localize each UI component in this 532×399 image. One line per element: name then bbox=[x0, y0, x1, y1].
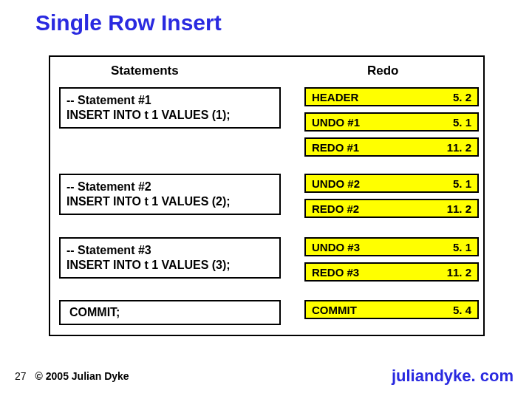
stmt-box-3: -- Statement #3 INSERT INTO t 1 VALUES (… bbox=[59, 237, 281, 279]
redo-label: REDO #1 bbox=[312, 141, 359, 154]
stmt-1-comment: -- Statement #1 bbox=[66, 93, 273, 108]
copyright: © 2005 Julian Dyke bbox=[35, 370, 129, 382]
stmt-2-comment: -- Statement #2 bbox=[66, 180, 273, 194]
redo-label: COMMIT bbox=[312, 304, 357, 316]
stmt-3-comment: -- Statement #3 bbox=[66, 243, 273, 258]
stmt-1-sql: INSERT INTO t 1 VALUES (1); bbox=[66, 108, 273, 123]
col-header-statements: Statements bbox=[111, 64, 179, 78]
redo-label: REDO #2 bbox=[312, 202, 359, 215]
redo-value: 5. 1 bbox=[453, 116, 471, 129]
stmt-box-1: -- Statement #1 INSERT INTO t 1 VALUES (… bbox=[59, 87, 281, 129]
redo-label: HEADER bbox=[312, 91, 358, 103]
redo-value: 11. 2 bbox=[447, 266, 471, 279]
redo-value: 5. 1 bbox=[453, 241, 471, 253]
footer-left: 27 © 2005 Julian Dyke bbox=[15, 370, 129, 382]
redo-value: 11. 2 bbox=[447, 141, 471, 154]
redo-row-redo1: REDO #1 11. 2 bbox=[304, 137, 479, 157]
stmt-3-sql: INSERT INTO t 1 VALUES (3); bbox=[66, 258, 273, 273]
stmt-box-2: -- Statement #2 INSERT INTO t 1 VALUES (… bbox=[59, 174, 281, 215]
redo-value: 5. 1 bbox=[453, 177, 471, 190]
footer: 27 © 2005 Julian Dyke juliandyke. com bbox=[15, 366, 514, 386]
redo-row-undo3: UNDO #3 5. 1 bbox=[304, 237, 479, 256]
redo-row-redo2: REDO #2 11. 2 bbox=[304, 199, 479, 218]
redo-label: UNDO #3 bbox=[312, 241, 360, 253]
redo-label: UNDO #1 bbox=[312, 116, 360, 129]
site-url: juliandyke. com bbox=[392, 366, 514, 386]
redo-value: 11. 2 bbox=[447, 202, 471, 215]
stmt-box-commit: COMMIT; bbox=[59, 300, 281, 325]
redo-row-redo3: REDO #3 11. 2 bbox=[304, 262, 479, 282]
redo-label: REDO #3 bbox=[312, 266, 359, 279]
page-number: 27 bbox=[15, 370, 27, 382]
redo-row-undo2: UNDO #2 5. 1 bbox=[304, 174, 479, 193]
redo-value: 5. 2 bbox=[453, 91, 471, 103]
redo-value: 5. 4 bbox=[453, 304, 471, 316]
col-header-redo: Redo bbox=[367, 64, 399, 78]
stmt-2-sql: INSERT INTO t 1 VALUES (2); bbox=[66, 194, 273, 209]
redo-row-undo1: UNDO #1 5. 1 bbox=[304, 112, 479, 132]
slide-title: Single Row Insert bbox=[35, 10, 222, 35]
redo-label: UNDO #2 bbox=[312, 177, 360, 190]
redo-row-header: HEADER 5. 2 bbox=[304, 87, 479, 106]
redo-row-commit: COMMIT 5. 4 bbox=[304, 300, 479, 319]
